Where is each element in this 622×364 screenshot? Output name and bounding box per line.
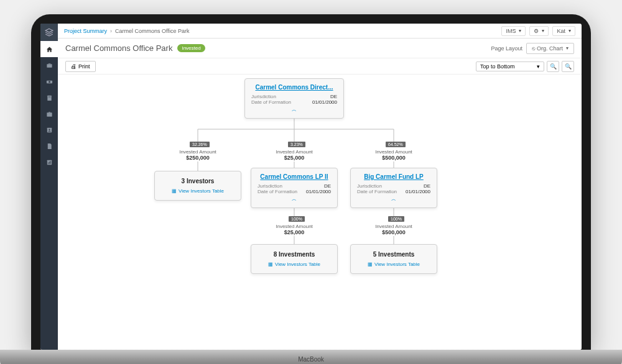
page-title: Carmel Commons Office Park [65, 43, 172, 53]
nav-icon-1[interactable] [40, 57, 58, 73]
svg-point-2 [49, 81, 50, 83]
amt-0: Invested Amount$250,000 [173, 149, 223, 161]
card-title-0: 3 Investors [161, 178, 234, 184]
pct-0: 32.26% [190, 142, 210, 147]
root-title[interactable]: Carmel Commons Direct... [251, 84, 337, 91]
collapse-icon[interactable]: ︿ [258, 194, 331, 202]
node-2: Big Carmel Fund LP JurisdictionDE Date o… [350, 168, 437, 208]
org-chart-button[interactable]: ⎋Org. Chart [526, 43, 574, 54]
title-bar: Carmel Commons Office Park Invested Page… [58, 39, 582, 58]
node-title-2[interactable]: Big Carmel Fund LP [357, 173, 430, 180]
svg-rect-0 [47, 64, 52, 68]
view-link-0[interactable]: ▦View Investors Table [161, 188, 234, 194]
screen: Project Summary › Carmel Commons Office … [40, 24, 582, 350]
svg-rect-10 [49, 162, 50, 164]
svg-rect-4 [48, 96, 50, 97]
main: Project Summary › Carmel Commons Office … [58, 24, 582, 350]
collapse-icon[interactable]: ︿ [357, 194, 430, 202]
share-icon: ⎋ [532, 45, 535, 52]
table-icon: ▦ [268, 262, 273, 267]
card-2s: 5 Investments ▦View Investors Table [350, 244, 437, 274]
node-root: Carmel Commons Direct... JurisdictionDE … [244, 78, 344, 119]
pct-2s: 100% [388, 216, 404, 222]
page-layout-link[interactable]: Page Layout [491, 45, 522, 52]
nav-icon-3[interactable] [40, 89, 58, 106]
nav-icon-7[interactable] [40, 154, 58, 170]
gear-icon[interactable]: ⚙ [529, 26, 549, 36]
nav-icon-6[interactable] [40, 138, 58, 154]
laptop-base: MacBook [0, 350, 622, 364]
nav-icon-2[interactable] [40, 73, 58, 89]
pct-1: 3.23% [288, 142, 305, 147]
amt-2s: Invested Amount$500,000 [369, 224, 419, 235]
direction-dropdown[interactable]: Top to Bottom▾ [476, 61, 544, 71]
node-title-1[interactable]: Carmel Commons LP II [258, 173, 331, 180]
card-title-2s: 5 Investments [357, 251, 430, 258]
svg-point-7 [49, 129, 50, 130]
breadcrumb-sep: › [110, 28, 112, 34]
print-button[interactable]: 🖨Print [65, 61, 96, 72]
breadcrumb-current: Carmel Commons Office Park [115, 28, 189, 34]
print-icon: 🖨 [71, 63, 77, 70]
card-1s: 8 Investments ▦View Investors Table [251, 244, 338, 274]
status-badge: Invested [177, 44, 205, 52]
sidebar [40, 24, 58, 350]
svg-rect-9 [48, 162, 49, 163]
chevron-down-icon: ▾ [537, 63, 540, 70]
home-icon[interactable] [40, 41, 58, 57]
laptop-frame: Project Summary › Carmel Commons Office … [31, 14, 591, 350]
user-menu[interactable]: Kat [552, 26, 575, 36]
table-icon: ▦ [368, 262, 373, 267]
svg-rect-5 [47, 112, 52, 116]
ims-menu[interactable]: IMS [501, 26, 526, 36]
org-chart-canvas: Carmel Commons Direct... JurisdictionDE … [58, 75, 582, 350]
toolbar: 🖨Print Top to Bottom▾ 🔍 🔍 [58, 58, 582, 75]
nav-icon-5[interactable] [40, 122, 58, 138]
table-icon: ▦ [172, 188, 177, 194]
breadcrumb-bar: Project Summary › Carmel Commons Office … [58, 24, 582, 39]
logo-icon [40, 24, 58, 41]
pct-2: 64.52% [386, 142, 406, 147]
svg-rect-11 [50, 161, 50, 164]
card-investors-0: 3 Investors ▦View Investors Table [154, 171, 241, 201]
pct-1s: 100% [289, 216, 305, 222]
view-link-2s[interactable]: ▦View Investors Table [357, 262, 430, 267]
zoom-out-icon[interactable]: 🔍 [562, 61, 574, 72]
collapse-icon[interactable]: ︿ [251, 105, 337, 113]
card-title-1s: 8 Investments [258, 251, 331, 258]
svg-rect-3 [47, 95, 51, 100]
amt-2: Invested Amount$500,000 [369, 149, 419, 161]
breadcrumb-link[interactable]: Project Summary [64, 28, 107, 34]
view-link-1s[interactable]: ▦View Investors Table [258, 262, 331, 267]
node-1: Carmel Commons LP II JurisdictionDE Date… [251, 168, 338, 208]
amt-1: Invested Amount$25,000 [269, 149, 319, 161]
nav-icon-4[interactable] [40, 106, 58, 122]
amt-1s: Invested Amount$25,000 [269, 224, 319, 235]
zoom-in-icon[interactable]: 🔍 [547, 61, 559, 72]
